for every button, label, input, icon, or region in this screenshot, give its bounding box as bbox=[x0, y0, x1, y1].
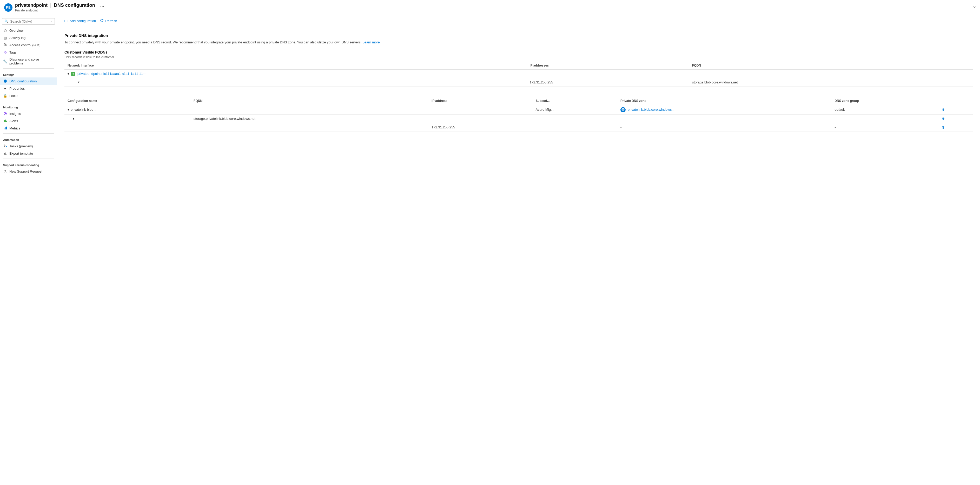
delete-cell: 🗑 bbox=[938, 114, 973, 123]
table-row: ▾ privatelink-blob-... Azure Mig... bbox=[64, 105, 973, 114]
sidebar-item-properties[interactable]: ≡ Properties bbox=[0, 85, 57, 92]
locks-icon: 🔒 bbox=[3, 94, 7, 98]
sidebar-item-label: Insights bbox=[10, 112, 21, 116]
refresh-label: Refresh bbox=[105, 19, 117, 23]
dns-config-icon bbox=[3, 79, 7, 83]
tags-icon bbox=[3, 50, 7, 54]
delete-button[interactable]: 🗑 bbox=[941, 125, 945, 129]
expand-config-button[interactable]: ▾ bbox=[68, 108, 69, 112]
sidebar-item-activity-log[interactable]: ▤ Activity log bbox=[0, 34, 57, 41]
subscription-cell: Azure Mig... bbox=[532, 105, 617, 114]
sidebar-item-access-control[interactable]: Access control (IAM) bbox=[0, 41, 57, 49]
refresh-icon bbox=[100, 19, 103, 23]
col-actions bbox=[938, 97, 973, 105]
col-subscription: Subscri... bbox=[532, 97, 617, 105]
subscription-cell bbox=[532, 123, 617, 131]
sidebar-item-new-support[interactable]: New Support Request bbox=[0, 168, 57, 175]
access-control-icon bbox=[3, 43, 7, 47]
sidebar-item-dns-configuration[interactable]: DNS configuration bbox=[0, 77, 57, 85]
fqdn-section: Customer Visible FQDNs DNS records visib… bbox=[64, 50, 973, 86]
sidebar-item-tags[interactable]: Tags bbox=[0, 49, 57, 56]
svg-point-1 bbox=[5, 44, 6, 45]
nic-link[interactable]: privateendpoint.nic111aaaa1-a1a1-1a11-11… bbox=[78, 72, 146, 76]
sidebar-item-label: Activity log bbox=[10, 36, 25, 40]
collapse-button[interactable]: « bbox=[51, 20, 52, 23]
table-row: ▾ privateendpoint.nic111aaaa1-a1a1-1a11-… bbox=[64, 69, 973, 78]
delete-button[interactable]: 🗑 bbox=[941, 108, 945, 112]
delete-button[interactable]: 🗑 bbox=[941, 117, 945, 121]
search-input[interactable] bbox=[10, 19, 49, 23]
sidebar-item-tasks[interactable]: Tasks (preview) bbox=[0, 142, 57, 150]
config-table-header: Configuration name FQDN IP address Subsc… bbox=[64, 97, 973, 105]
sidebar-item-label: DNS configuration bbox=[10, 79, 37, 83]
sidebar-item-alerts[interactable]: Alerts bbox=[0, 117, 57, 124]
main-layout: 🔍 « ⬡ Overview ▤ Activity log Access con… bbox=[0, 15, 980, 485]
add-configuration-button[interactable]: + + Add configuration bbox=[64, 18, 96, 24]
expand-sub-row-button[interactable]: ▾ bbox=[78, 80, 80, 84]
col-ip-address: IP address bbox=[428, 97, 532, 105]
fqdn-cell bbox=[689, 69, 973, 78]
diagnose-icon: 🔧 bbox=[3, 59, 7, 64]
sidebar-divider-monitoring bbox=[3, 101, 54, 101]
learn-more-link[interactable]: Learn more bbox=[363, 40, 380, 44]
refresh-button[interactable]: Refresh bbox=[100, 18, 117, 24]
fqdn-table-header: Network Interface IP addresses FQDN bbox=[64, 62, 973, 70]
config-table: Configuration name FQDN IP address Subsc… bbox=[64, 97, 973, 132]
sidebar-divider-support bbox=[3, 158, 54, 159]
svg-rect-6 bbox=[5, 120, 6, 122]
add-icon: + bbox=[64, 19, 65, 23]
col-private-dns-zone: Private DNS zone bbox=[617, 97, 831, 105]
sidebar-item-label: Tags bbox=[10, 50, 16, 54]
ip-cell: 172.31.255.255 bbox=[428, 123, 532, 131]
settings-section-label: Settings bbox=[0, 70, 57, 77]
header: PE privatendpoint | DNS configuration ..… bbox=[0, 0, 980, 15]
col-network-interface: Network Interface bbox=[64, 62, 527, 70]
sidebar-item-overview[interactable]: ⬡ Overview bbox=[0, 27, 57, 34]
fqdn-table: Network Interface IP addresses FQDN ▾ bbox=[64, 62, 973, 86]
header-subtitle: Private endpoint bbox=[15, 9, 973, 12]
sidebar-item-diagnose[interactable]: 🔧 Diagnose and solve problems bbox=[0, 56, 57, 67]
more-button[interactable]: ... bbox=[100, 3, 104, 8]
metrics-icon bbox=[3, 126, 7, 130]
toolbar: + + Add configuration Refresh bbox=[57, 15, 980, 27]
close-button[interactable]: × bbox=[973, 5, 976, 10]
support-icon bbox=[3, 169, 7, 173]
fqdn-cell: storage.blob.core.windows.net bbox=[689, 78, 973, 86]
col-fqdn: FQDN bbox=[689, 62, 973, 70]
sidebar-item-metrics[interactable]: Metrics bbox=[0, 124, 57, 132]
svg-point-2 bbox=[4, 80, 7, 83]
col-fqdn: FQDN bbox=[191, 97, 428, 105]
dns-zone-group-cell: default bbox=[831, 105, 938, 114]
dns-zone-avatar bbox=[620, 107, 625, 112]
sidebar-item-export-template[interactable]: Export template bbox=[0, 150, 57, 157]
monitoring-section-label: Monitoring bbox=[0, 103, 57, 110]
sidebar-item-label: Export template bbox=[10, 152, 33, 155]
svg-rect-13 bbox=[6, 147, 7, 147]
expand-sub-config-button[interactable]: ▾ bbox=[73, 117, 74, 121]
svg-rect-9 bbox=[5, 128, 6, 129]
delete-cell: 🗑 bbox=[938, 105, 973, 114]
table-row: ▾ storage.privatelink.blob.core.windows.… bbox=[64, 114, 973, 123]
sidebar-item-insights[interactable]: Insights bbox=[0, 110, 57, 117]
sidebar-item-label: Locks bbox=[10, 94, 18, 98]
dns-integration-desc-text: To connect privately with your private e… bbox=[64, 40, 362, 44]
config-name-cell: ▾ privatelink-blob-... bbox=[64, 105, 191, 114]
ip-cell bbox=[428, 105, 532, 114]
fqdn-cell-empty bbox=[191, 123, 428, 131]
dns-zone-link[interactable]: privatelink.blob.core.windows.... bbox=[628, 108, 676, 112]
nic-cell: ▾ privateendpoint.nic111aaaa1-a1a1-1a11-… bbox=[64, 69, 527, 78]
sidebar-item-label: Diagnose and solve problems bbox=[10, 57, 54, 65]
svg-point-11 bbox=[4, 145, 5, 146]
svg-rect-7 bbox=[6, 121, 7, 122]
ip-cell bbox=[527, 69, 689, 78]
sidebar-item-locks[interactable]: 🔒 Locks bbox=[0, 92, 57, 99]
dns-zone-cell: - bbox=[617, 123, 831, 131]
automation-section-label: Automation bbox=[0, 135, 57, 142]
dns-integration-title: Private DNS integration bbox=[64, 33, 973, 38]
fqdn-section-desc: DNS records visible to the customer bbox=[64, 55, 973, 59]
expand-row-button[interactable]: ▾ bbox=[68, 72, 69, 76]
fqdn-cell bbox=[191, 105, 428, 114]
search-box[interactable]: 🔍 « bbox=[2, 18, 55, 25]
page-name: DNS configuration bbox=[54, 3, 95, 8]
dns-zone-group-cell: - bbox=[831, 123, 938, 131]
